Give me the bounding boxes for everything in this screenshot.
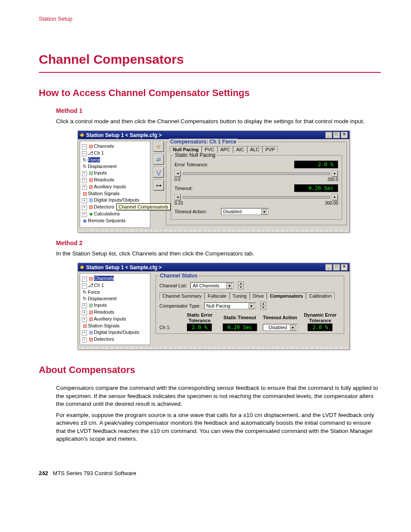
row-static-timeout[interactable]: 0.20 Sec	[223, 324, 257, 331]
collapse-icon[interactable]: −	[82, 277, 87, 282]
tree-station-signals[interactable]: Station Signals	[88, 191, 119, 196]
channel-list-dropdown[interactable]: All Channels	[190, 282, 234, 289]
tree-station-signals[interactable]: Station Signals	[88, 323, 119, 328]
error-tolerance-slider[interactable]: ◂ ▸	[174, 170, 338, 177]
tab-channel-summary[interactable]: Channel Summary	[159, 292, 205, 299]
tree-ch1[interactable]: Ch 1	[94, 150, 104, 156]
hdr-dynamic-error: Dynamic Error Tolerance	[300, 312, 340, 323]
tree-displacement[interactable]: Displacement	[88, 164, 117, 169]
tree-inputs[interactable]: Inputs	[94, 170, 107, 175]
slider-right-icon[interactable]: ▸	[332, 194, 338, 201]
tree-channels[interactable]: Channels	[94, 276, 114, 281]
expand-icon[interactable]: +	[82, 178, 87, 183]
minimize-button[interactable]: _	[325, 132, 332, 138]
channel-icon: ⎇	[88, 150, 93, 156]
tree-digital-io[interactable]: Digital Inputs/Outputs	[94, 330, 139, 335]
expand-icon[interactable]: +	[82, 185, 87, 190]
collapse-icon[interactable]: −	[82, 151, 87, 156]
channels-icon: ▧	[88, 143, 93, 149]
tab-pvp[interactable]: PVP	[262, 146, 278, 153]
tree-digital-io[interactable]: Digital Inputs/Outputs	[94, 197, 139, 202]
tab-apc[interactable]: APC	[218, 146, 234, 153]
app-icon: ❖	[80, 264, 84, 271]
collapse-icon[interactable]: −	[82, 283, 87, 289]
window-titlebar[interactable]: ❖Station Setup 1 < Sample.cfg > _ □ ×	[78, 131, 349, 139]
compensator-type-spinner[interactable]: ▴▾	[260, 302, 266, 310]
page-footer: 242 MTS Series 793 Control Software	[39, 470, 136, 476]
timeout-max: 300.00	[325, 201, 338, 205]
expand-icon[interactable]: +	[82, 212, 87, 217]
channel-list-label: Channel List:	[159, 283, 187, 288]
expand-icon[interactable]: +	[82, 303, 87, 308]
tab-drive[interactable]: Drive	[250, 292, 267, 299]
tree-channels[interactable]: Channels	[94, 143, 114, 149]
timeout-value[interactable]: 0.20 Sec	[294, 184, 338, 192]
navigation-tree[interactable]: −▧Channels −⎇Ch 1 ↻Force ↻Displacement +…	[80, 273, 150, 345]
toolbtn-signal[interactable]: ⊶	[153, 180, 164, 191]
readouts-icon: ▧	[88, 309, 93, 315]
detectors-icon: ▧	[88, 336, 93, 342]
tree-displacement[interactable]: Displacement	[88, 296, 117, 301]
tree-readouts[interactable]: Readouts	[94, 177, 114, 182]
error-tolerance-value[interactable]: 2.0 %	[294, 161, 338, 168]
close-button[interactable]: ×	[341, 132, 348, 138]
window-titlebar[interactable]: ❖Station Setup 1 < Sample.cfg > _ □ ×	[78, 263, 349, 271]
tab-fullscale[interactable]: Fullscale	[205, 292, 229, 299]
detectors-icon: ▧	[88, 204, 93, 210]
tree-force[interactable]: Force	[88, 157, 100, 162]
mode-icon: ↻	[82, 289, 87, 295]
row-static-error[interactable]: 2.0 %	[187, 324, 212, 331]
toolbtn-channel-compensators[interactable]: ⇄	[153, 154, 164, 165]
footer-doc-title: MTS Series 793 Control Software	[53, 470, 137, 476]
slider-left-icon[interactable]: ◂	[174, 170, 181, 177]
tree-detectors[interactable]: Detectors	[94, 336, 114, 342]
screenshot-method2: ❖Station Setup 1 < Sample.cfg > _ □ × −▧…	[78, 263, 350, 350]
minimize-button[interactable]: _	[325, 264, 332, 271]
collapse-icon[interactable]: −	[82, 144, 87, 149]
expand-icon[interactable]: +	[82, 205, 87, 210]
tree-ch1[interactable]: Ch 1	[94, 283, 104, 288]
slider-left-icon[interactable]: ◂	[174, 194, 181, 201]
tab-compensators[interactable]: Compensators	[267, 292, 306, 299]
expand-icon[interactable]: +	[82, 337, 87, 342]
tab-calibration[interactable]: Calibration	[306, 292, 335, 299]
tree-aux-inputs[interactable]: Auxiliary Inputs	[94, 316, 126, 321]
channel-icon: ⎇	[88, 283, 93, 288]
expand-icon[interactable]: +	[82, 171, 87, 176]
row-timeout-action[interactable]: Disabled	[263, 324, 297, 331]
static-null-pacing-group: Static Null Pacing Error Tolerance: 2.0 …	[171, 155, 342, 220]
tree-remote-setpoints[interactable]: Remote Setpoints	[88, 218, 125, 223]
compensators-group-title: Compensators: Ch 1 Force	[169, 139, 237, 145]
expand-icon[interactable]: +	[82, 310, 87, 315]
channel-list-spinner[interactable]: ▴▾	[238, 281, 244, 289]
tree-force[interactable]: Force	[88, 289, 100, 295]
timeout-label: Timeout:	[174, 186, 226, 191]
navigation-tree[interactable]: −▧Channels −⎇Ch 1 ↻Force ↻Displacement +…	[80, 141, 150, 228]
timeout-action-dropdown[interactable]: Disabled	[221, 208, 268, 215]
timeout-slider[interactable]: ◂ ▸	[174, 194, 338, 201]
maximize-button[interactable]: □	[333, 132, 340, 138]
expand-icon[interactable]: +	[82, 330, 87, 336]
tab-aic[interactable]: AIC	[233, 146, 247, 153]
channel-status-group: Channel Status Channel List: All Channel…	[156, 276, 344, 333]
error-tolerance-label: Error Tolerance:	[174, 162, 226, 167]
expand-icon[interactable]: +	[82, 317, 87, 322]
compensator-type-dropdown[interactable]: Null Pacing	[204, 302, 256, 309]
tree-inputs[interactable]: Inputs	[94, 302, 107, 308]
close-button[interactable]: ×	[341, 264, 348, 271]
tree-readouts[interactable]: Readouts	[94, 309, 114, 314]
tree-detectors[interactable]: Detectors	[94, 204, 114, 209]
timeout-action-label: Timeout Action:	[174, 209, 218, 214]
slider-right-icon[interactable]: ▸	[332, 170, 338, 177]
tab-tuning[interactable]: Tuning	[230, 292, 250, 299]
method1-heading: Method 1	[56, 107, 381, 114]
hdr-timeout-action: Timeout Action	[260, 315, 300, 320]
maximize-button[interactable]: □	[333, 264, 340, 271]
toolbtn-channel-tuning[interactable]: ⎋	[153, 141, 164, 152]
toolbtn-drive[interactable]: ⋁	[153, 167, 164, 178]
expand-icon[interactable]: +	[82, 198, 87, 203]
tree-calculations[interactable]: Calculations	[94, 211, 120, 216]
row-dynamic-error[interactable]: 2.0 %	[308, 324, 333, 331]
tab-alc[interactable]: ALC	[247, 146, 262, 153]
tree-aux-inputs[interactable]: Auxiliary Inputs	[94, 184, 126, 189]
